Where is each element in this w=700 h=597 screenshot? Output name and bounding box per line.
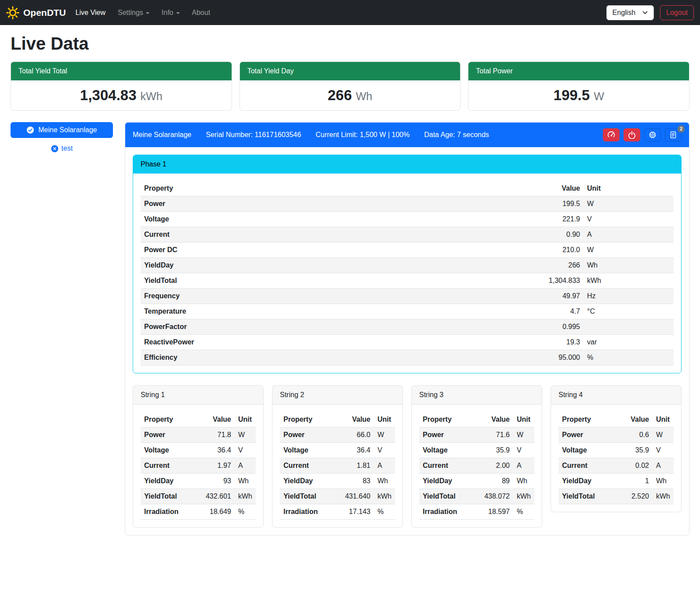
col-unit: Unit	[653, 412, 674, 427]
summary-card-title: Total Yield Day	[240, 62, 461, 80]
nav-item-about[interactable]: About	[192, 9, 210, 17]
property-value: 1.97	[200, 458, 235, 474]
col-unit: Unit	[513, 412, 534, 427]
phase-table: Property Value Unit Power 199.5	[141, 181, 674, 365]
property-unit: Wh	[513, 474, 534, 489]
sidebar-item-label: test	[62, 145, 73, 152]
summary-cards: Total Yield Total 1,304.83kWh Total Yiel…	[11, 62, 689, 111]
col-value: Value	[479, 412, 513, 427]
property-value: 266	[518, 258, 584, 273]
nav-item-live-view[interactable]: Live View	[76, 9, 105, 17]
property-unit: A	[235, 458, 256, 474]
string-card-3: String 3 Property Value Unit	[411, 385, 542, 528]
property-name: Voltage	[280, 443, 340, 458]
limit-settings-button[interactable]	[603, 128, 620, 141]
property-value: 0.02	[618, 458, 653, 474]
table-row: ReactivePower 19.3 var	[141, 335, 674, 350]
property-value: 2.520	[618, 489, 653, 504]
app-brand[interactable]: OpenDTU	[6, 6, 66, 19]
phase-panel: Phase 1 Property Value Unit	[133, 155, 682, 373]
property-value: 18.597	[479, 504, 513, 520]
property-unit: kWh	[513, 489, 534, 504]
property-unit: W	[374, 427, 395, 443]
string-title: String 1	[133, 386, 263, 405]
table-row: YieldDay 1 Wh	[559, 474, 674, 489]
property-name: YieldTotal	[141, 489, 200, 504]
summary-card: Total Yield Total 1,304.83kWh	[11, 62, 232, 111]
property-unit: Wh	[374, 474, 395, 489]
property-name: Efficiency	[141, 350, 518, 365]
string-table: Property Value Unit Power	[559, 412, 674, 504]
device-info-button[interactable]	[644, 128, 661, 141]
summary-card-body: 1,304.83kWh	[11, 80, 232, 110]
sidebar-item-test[interactable]: test	[11, 145, 113, 152]
table-row: Irradiation 17.143 %	[280, 504, 395, 520]
summary-card-title: Total Power	[468, 62, 689, 80]
property-unit: Hz	[584, 289, 674, 304]
property-value: 36.4	[200, 443, 235, 458]
table-row: Efficiency 95.000 %	[141, 350, 674, 365]
table-header-row: Property Value Unit	[419, 412, 534, 427]
x-circle-icon	[51, 145, 58, 152]
property-value: 93	[200, 474, 235, 489]
power-button[interactable]	[624, 128, 640, 141]
summary-card: Total Power 199.5W	[468, 62, 689, 111]
col-unit: Unit	[235, 412, 256, 427]
inverter-card-body: Phase 1 Property Value Unit	[125, 147, 689, 535]
page-title: Live Data	[11, 34, 689, 54]
col-unit: Unit	[584, 181, 674, 196]
string-title: String 2	[272, 386, 403, 405]
summary-card: Total Yield Day 266Wh	[239, 62, 461, 111]
power-icon	[628, 131, 636, 139]
nav-item-info[interactable]: Info	[162, 9, 180, 17]
inverter-action-buttons: 2	[603, 128, 682, 141]
property-name: YieldTotal	[141, 273, 518, 289]
col-property: Property	[141, 412, 200, 427]
col-value: Value	[200, 412, 235, 427]
property-value: 1,304.833	[518, 273, 584, 289]
table-row: Power 66.0 W	[280, 427, 395, 443]
string-card-4: String 4 Property Value Unit	[551, 385, 682, 512]
property-value: 0.995	[518, 319, 584, 335]
property-unit: A	[513, 458, 534, 474]
property-value: 1.81	[340, 458, 374, 474]
language-select[interactable]: English	[606, 5, 654, 20]
property-name: YieldDay	[419, 474, 479, 489]
event-log-button[interactable]: 2	[665, 128, 682, 141]
nav-item-settings-label: Settings	[118, 9, 143, 17]
property-unit: W	[513, 427, 534, 443]
table-row: YieldTotal 432.601 kWh	[141, 489, 256, 504]
sidebar-item-meine-solaranlage[interactable]: Meine Solaranlage	[11, 122, 113, 138]
table-header-row: Property Value Unit	[141, 181, 674, 196]
property-name: YieldTotal	[559, 489, 618, 504]
property-name: YieldDay	[141, 258, 518, 273]
table-row: PowerFactor 0.995	[141, 319, 674, 335]
inverter-limit: Current Limit: 1,500 W | 100%	[316, 131, 410, 139]
property-value: 0.6	[618, 427, 653, 443]
string-table: Property Value Unit Power	[419, 412, 534, 520]
property-name: Current	[141, 227, 518, 242]
property-unit: kWh	[235, 489, 256, 504]
inverter-meta: Meine Solaranlage Serial Number: 1161716…	[133, 131, 489, 139]
property-name: Irradiation	[280, 504, 340, 520]
property-value: 95.000	[518, 350, 584, 365]
table-row: Current 0.02 A	[559, 458, 674, 474]
property-unit: V	[653, 443, 674, 458]
inverter-card-header: Meine Solaranlage Serial Number: 1161716…	[125, 123, 689, 147]
property-unit: kWh	[584, 273, 674, 289]
summary-card-value: 1,304.83	[80, 87, 136, 103]
property-value: 35.9	[479, 443, 513, 458]
property-unit: V	[513, 443, 534, 458]
col-property: Property	[280, 412, 340, 427]
summary-card-value: 199.5	[554, 87, 590, 103]
summary-card-unit: W	[594, 90, 604, 102]
col-value: Value	[618, 412, 653, 427]
property-name: YieldTotal	[419, 489, 479, 504]
nav-item-settings[interactable]: Settings	[118, 9, 149, 17]
summary-card-value: 266	[328, 87, 352, 103]
table-row: YieldTotal 431.640 kWh	[280, 489, 395, 504]
table-row: Voltage 36.4 V	[141, 443, 256, 458]
table-row: YieldTotal 438.072 kWh	[419, 489, 534, 504]
chevron-down-icon	[642, 11, 648, 14]
logout-button[interactable]: Logout	[660, 5, 694, 20]
